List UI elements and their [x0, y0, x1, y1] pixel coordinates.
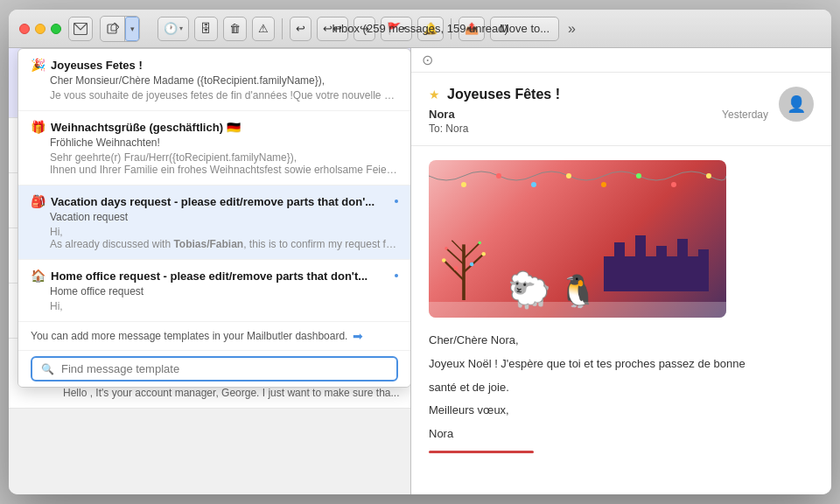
tree-svg	[438, 213, 490, 300]
svg-point-14	[478, 242, 481, 245]
template-indicator	[395, 200, 398, 203]
compose-button[interactable]: ▾	[100, 16, 140, 42]
svg-line-6	[446, 248, 464, 264]
message-list-panel: Nora 09:54 box - INBOX button ord. Rese.…	[9, 48, 411, 494]
clock-icon: 🕐	[164, 22, 178, 35]
city-silhouette	[604, 221, 709, 291]
template-item-4[interactable]: 🏠 Home office request - please edit/remo…	[18, 260, 410, 322]
svg-point-10	[454, 266, 458, 270]
to-label: To:	[429, 122, 443, 135]
main-window: ▾ Inbox (259 messages, 159 unread) 🕐 ▾ 🗄…	[9, 10, 831, 494]
template-indicator	[395, 274, 398, 277]
template-emoji: 🎁	[31, 120, 46, 134]
template-preview: Sehr geehrte(r) Frau/Herr({toRecipient.f…	[50, 151, 398, 164]
svg-point-11	[470, 262, 474, 267]
main-content: Nora 09:54 box - INBOX button ord. Rese.…	[9, 48, 831, 494]
junk-icon: ⚠	[258, 22, 269, 35]
detail-top-bar: ⊙	[411, 48, 831, 73]
archive-button[interactable]: 🗄	[194, 17, 218, 41]
svg-point-20	[636, 173, 641, 178]
find-template-input[interactable]	[61, 362, 388, 375]
compose-main	[101, 17, 125, 41]
avatar-icon: 👤	[787, 94, 806, 114]
template-emoji: 🎒	[31, 194, 46, 208]
template-subtitle: Home office request	[50, 285, 398, 298]
template-title: Joyeuses Fetes !	[51, 59, 143, 72]
email-underline	[429, 451, 534, 453]
window-title: Inbox (259 messages, 159 unread)	[332, 22, 508, 35]
snooze-button[interactable]: 🕐 ▾	[158, 17, 189, 41]
svg-point-21	[671, 182, 676, 187]
title-bar: ▾ Inbox (259 messages, 159 unread) 🕐 ▾ 🗄…	[9, 10, 831, 48]
template-preview: Hi,	[50, 226, 398, 238]
email-text: Cher/Chère Nora, Joyeux Noël ! J'espère …	[429, 332, 814, 444]
delete-button[interactable]: 🗑	[223, 17, 247, 41]
template-preview: Hi,	[50, 300, 398, 312]
to-name: Nora	[445, 122, 468, 135]
email-subject: Joyeuses Fêtes !	[447, 87, 560, 102]
find-more-text: You can add more message templates in yo…	[31, 330, 347, 342]
toolbar-left: ▾	[68, 16, 140, 42]
maximize-button[interactable]	[51, 24, 61, 34]
template-subtitle: Fröhliche Weihnachten!	[50, 136, 398, 149]
mail-icon-button[interactable]	[68, 17, 93, 41]
compose-icon	[107, 23, 119, 35]
template-emoji: 🎉	[31, 58, 46, 72]
toolbar-separator	[282, 18, 283, 39]
search-box: 🔍	[18, 351, 410, 387]
svg-point-16	[496, 173, 501, 178]
minimize-button[interactable]	[35, 24, 46, 34]
svg-line-8	[452, 241, 464, 253]
svg-point-15	[461, 182, 466, 187]
template-subtitle: Vacation request	[50, 211, 398, 223]
junk-button[interactable]: ⚠	[252, 17, 275, 41]
template-preview: Je vous souhaite de joyeuses fetes de fi…	[50, 89, 398, 102]
email-meta: ★ Joyeuses Fêtes ! Nora Yesterday To: No…	[429, 87, 768, 135]
template-title: Weihnachtsgrüße (geschäftlich) 🇩🇪	[51, 121, 241, 134]
close-button[interactable]	[19, 24, 30, 34]
email-body-line-4: Nora	[429, 425, 814, 444]
svg-point-12	[481, 252, 486, 256]
email-body-line-1: Joyeux Noël ! J'espère que toi et tes pr…	[429, 355, 814, 374]
find-more-icon[interactable]: ➡	[353, 329, 363, 343]
template-item-1[interactable]: 🎉 Joyeuses Fetes ! Cher Monsieur/Chère M…	[18, 49, 410, 111]
email-date: Yesterday	[722, 108, 768, 121]
trash-icon: 🗑	[229, 22, 241, 35]
template-item-3[interactable]: 🎒 Vacation days request - please edit/re…	[18, 186, 410, 260]
svg-point-19	[601, 182, 606, 187]
svg-point-18	[566, 173, 571, 178]
mail-icon	[74, 23, 88, 35]
template-emoji: 🏠	[31, 269, 46, 283]
svg-point-17	[531, 182, 536, 187]
template-title: Vacation days request - please edit/remo…	[51, 195, 374, 208]
template-item-2[interactable]: 🎁 Weihnachtsgrüße (geschäftlich) 🇩🇪 Fröh…	[18, 111, 410, 186]
template-subtitle: Cher Monsieur/Chère Madame ({toRecipient…	[50, 74, 398, 87]
expand-button[interactable]: »	[568, 21, 576, 37]
lights-svg	[429, 167, 726, 193]
reply-icon: ↩	[296, 22, 305, 35]
email-to: To: Nora	[429, 122, 768, 135]
template-title: Home office request - please edit/remove…	[51, 270, 368, 283]
star-icon[interactable]: ★	[429, 88, 440, 102]
email-sender: Nora	[429, 108, 455, 121]
archive-icon: 🗄	[200, 22, 212, 35]
reply-button[interactable]: ↩	[290, 17, 312, 41]
email-image: 🐑 🐧	[429, 160, 726, 318]
email-body-line-3: Meilleurs vœux,	[429, 402, 814, 420]
template-preview2: As already discussed with Tobias/Fabian,…	[50, 238, 398, 250]
circle-icon: ⊙	[422, 52, 433, 68]
svg-point-9	[442, 258, 446, 262]
search-input-wrapper: 🔍	[31, 356, 398, 382]
svg-point-13	[444, 247, 448, 250]
message-preview: Hello , It's your account manager, Georg…	[63, 387, 399, 399]
find-more-bar: You can add more message templates in yo…	[18, 322, 410, 351]
ground	[429, 302, 726, 318]
email-greeting: Cher/Chère Nora,	[429, 332, 814, 350]
traffic-lights	[19, 24, 61, 34]
email-body: 🐑 🐧 Cher/Chère Nora, Joyeux Noël ! J'esp…	[411, 146, 831, 494]
svg-line-4	[444, 261, 464, 281]
svg-line-7	[464, 243, 480, 259]
compose-dropdown-arrow[interactable]: ▾	[125, 17, 139, 41]
svg-point-22	[706, 173, 711, 178]
email-body-line-2: santé et de joie.	[429, 379, 814, 397]
